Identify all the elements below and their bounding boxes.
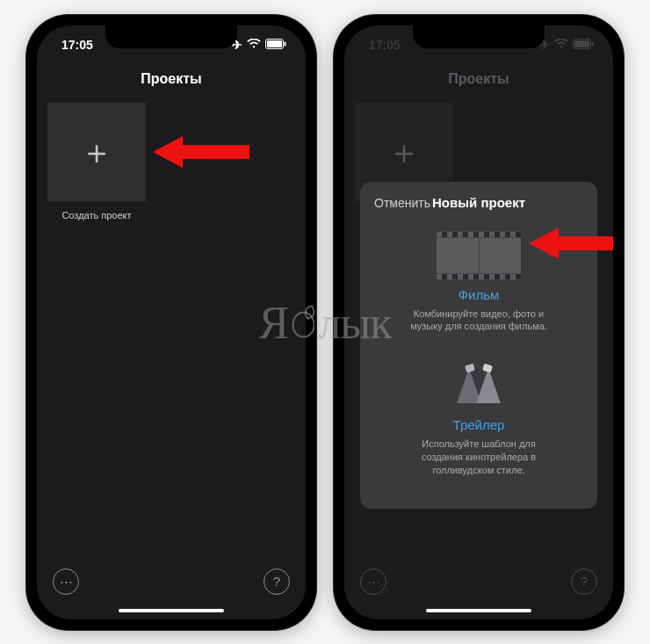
svg-marker-11 (529, 228, 613, 259)
notch (413, 25, 545, 48)
create-project-caption: Создать проект (47, 210, 146, 221)
create-project-tile[interactable]: ＋ (47, 103, 146, 201)
spotlights-icon (448, 361, 509, 410)
notch (105, 25, 237, 48)
home-indicator[interactable] (426, 609, 531, 612)
option-trailer-title: Трейлер (374, 417, 583, 432)
option-movie-title: Фильм (374, 287, 583, 302)
bottom-bar: ⋯ ? (37, 568, 306, 595)
status-time: 17:05 (61, 38, 93, 52)
page-title: Проекты (344, 64, 613, 99)
more-icon: ⋯ (367, 574, 380, 590)
svg-rect-10 (482, 364, 493, 373)
wifi-icon (554, 38, 568, 52)
option-trailer[interactable]: Трейлер Используйте шаблон для создания … (374, 345, 583, 489)
option-trailer-desc: Используйте шаблон для создания кинотрей… (391, 438, 567, 477)
svg-marker-3 (153, 136, 249, 168)
help-button[interactable]: ? (264, 568, 290, 595)
battery-icon (573, 38, 594, 52)
svg-marker-8 (476, 368, 501, 403)
svg-rect-2 (285, 41, 286, 46)
filmstrip-icon (437, 231, 521, 280)
annotation-arrow-left (153, 131, 249, 173)
option-movie-desc: Комбинируйте видео, фото и музыку для со… (391, 308, 567, 334)
sheet-header: Отменить Новый проект (374, 192, 583, 213)
status-time: 17:05 (369, 38, 401, 52)
help-icon: ? (581, 574, 588, 589)
help-button[interactable]: ? (571, 568, 597, 595)
plus-icon: ＋ (387, 135, 421, 169)
wifi-icon (247, 38, 261, 52)
svg-marker-7 (457, 368, 481, 403)
screen-right: 17:05 ✈︎ Проекты ＋ Отменить Новый проект (344, 25, 613, 619)
svg-rect-6 (592, 41, 594, 46)
status-icons: ✈︎ (539, 38, 594, 52)
screen-left: 17:05 ✈︎ Проекты ＋ Создать проект ⋯ ? (37, 25, 306, 619)
plus-icon: ＋ (80, 135, 113, 169)
cancel-button[interactable]: Отменить (374, 196, 430, 210)
page-title: Проекты (37, 64, 306, 99)
phone-left: 17:05 ✈︎ Проекты ＋ Создать проект ⋯ ? (26, 15, 316, 630)
more-button[interactable]: ⋯ (360, 568, 386, 595)
svg-rect-1 (267, 40, 282, 47)
more-button[interactable]: ⋯ (53, 568, 79, 595)
battery-icon (265, 38, 286, 52)
svg-rect-9 (465, 364, 475, 373)
more-icon: ⋯ (60, 574, 73, 590)
annotation-arrow-right (529, 222, 613, 264)
phone-right: 17:05 ✈︎ Проекты ＋ Отменить Новый проект (334, 15, 624, 630)
help-icon: ? (273, 574, 280, 589)
home-indicator[interactable] (119, 609, 224, 612)
svg-rect-5 (574, 40, 589, 47)
status-icons: ✈︎ (232, 38, 286, 52)
bottom-bar: ⋯ ? (344, 568, 613, 595)
